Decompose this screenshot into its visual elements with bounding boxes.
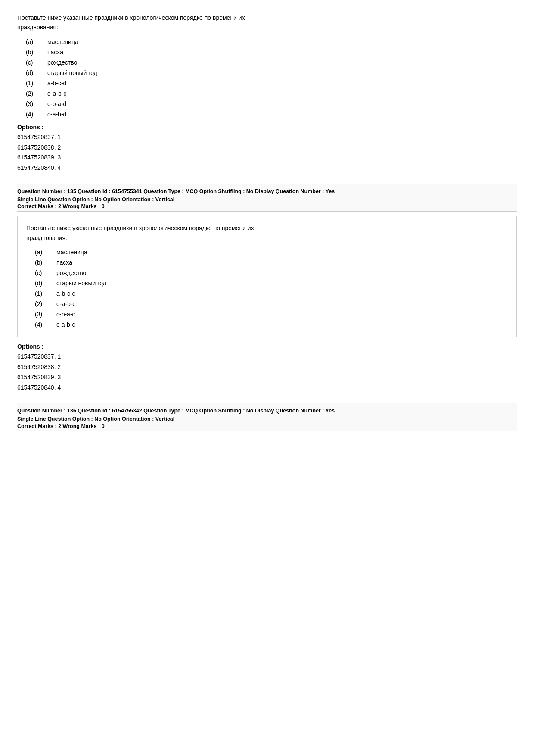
option-line-8: 61547520840. 4: [17, 383, 517, 393]
item-text-c2: рождество: [56, 269, 86, 276]
q2-line1: Поставьте ниже указанные праздники в хро…: [26, 225, 254, 231]
options-section-2: Options : 61547520837. 1 61547520838. 2 …: [17, 343, 517, 393]
answer-text-3b: c-b-a-d: [56, 311, 75, 318]
list-item: (a) масленица: [17, 38, 517, 45]
question-box-2: Поставьте ниже указанные праздники в хро…: [17, 216, 517, 337]
answer-text-4a: c-a-b-d: [47, 111, 66, 118]
answer-label-4a: (4): [26, 111, 47, 118]
item-label-a1: (a): [26, 38, 47, 45]
item-label-d1: (d): [26, 69, 47, 76]
answer-text-2b: d-a-b-c: [56, 300, 75, 307]
q2-line2: празднования:: [26, 234, 67, 241]
meta-136-line1: Question Number : 136 Question Id : 6154…: [17, 407, 517, 415]
meta-136-line2: Single Line Question Option : No Option …: [17, 415, 517, 423]
answer-text-2a: d-a-b-c: [47, 90, 66, 97]
option-line-1: 61547520837. 1: [17, 132, 517, 143]
item-label-d2: (d): [35, 280, 56, 287]
item-label-a2: (a): [35, 249, 56, 256]
list-item: (d) старый новый год: [26, 280, 508, 287]
item-label-b2: (b): [35, 259, 56, 266]
item-label-c2: (c): [35, 269, 56, 276]
list-item: (2) d-a-b-c: [17, 90, 517, 97]
option-line-7: 61547520839. 3: [17, 372, 517, 383]
item-text-b1: пасха: [47, 49, 63, 56]
answer-label-2a: (2): [26, 90, 47, 97]
item-text-c1: рождество: [47, 59, 77, 66]
list-item: (c) рождество: [26, 269, 508, 276]
answer-label-3b: (3): [35, 311, 56, 318]
item-text-a1: масленица: [47, 38, 78, 45]
question-block-1: Поставьте ниже указанные праздники в хро…: [17, 13, 517, 173]
answer-label-1a: (1): [26, 80, 47, 87]
question-text-2: Поставьте ниже указанные праздники в хро…: [26, 223, 508, 243]
item-label-c1: (c): [26, 59, 47, 66]
meta-136-marks: Correct Marks : 2 Wrong Marks : 0: [17, 423, 517, 429]
meta-135-line1: Question Number : 135 Question Id : 6154…: [17, 187, 517, 196]
answer-label-2b: (2): [35, 300, 56, 307]
list-item: (b) пасха: [17, 49, 517, 56]
question-block-2: Поставьте ниже указанные праздники в хро…: [17, 216, 517, 393]
list-item: (a) масленица: [26, 249, 508, 256]
item-text-a2: масленица: [56, 249, 87, 256]
list-item: (1) a-b-c-d: [26, 290, 508, 297]
question-meta-135: Question Number : 135 Question Id : 6154…: [17, 184, 517, 212]
answer-text-1b: a-b-c-d: [56, 290, 75, 297]
item-text-d1: старый новый год: [47, 69, 97, 76]
list-item: (3) c-b-a-d: [17, 100, 517, 107]
list-item: (d) старый новый год: [17, 69, 517, 76]
answer-label-3a: (3): [26, 100, 47, 107]
answer-label-4b: (4): [35, 321, 56, 328]
list-item: (2) d-a-b-c: [26, 300, 508, 307]
item-text-d2: старый новый год: [56, 280, 106, 287]
q1-line2: празднования:: [17, 24, 58, 31]
option-line-2: 61547520838. 2: [17, 143, 517, 153]
list-item: (b) пасха: [26, 259, 508, 266]
options-section-1: Options : 61547520837. 1 61547520838. 2 …: [17, 124, 517, 173]
options-title-2: Options :: [17, 343, 517, 350]
meta-135-line2: Single Line Question Option : No Option …: [17, 196, 517, 204]
question-meta-136: Question Number : 136 Question Id : 6154…: [17, 403, 517, 431]
answer-text-1a: a-b-c-d: [47, 80, 66, 87]
option-line-6: 61547520838. 2: [17, 362, 517, 372]
list-item: (3) c-b-a-d: [26, 311, 508, 318]
options-title-1: Options :: [17, 124, 517, 131]
list-item: (4) c-a-b-d: [17, 111, 517, 118]
item-text-b2: пасха: [56, 259, 72, 266]
answer-text-4b: c-a-b-d: [56, 321, 75, 328]
answer-text-3a: c-b-a-d: [47, 100, 66, 107]
q1-line1: Поставьте ниже указанные праздники в хро…: [17, 14, 245, 21]
meta-135-marks: Correct Marks : 2 Wrong Marks : 0: [17, 203, 517, 209]
list-item: (1) a-b-c-d: [17, 80, 517, 87]
option-line-3: 61547520839. 3: [17, 153, 517, 163]
list-item: (4) c-a-b-d: [26, 321, 508, 328]
list-item: (c) рождество: [17, 59, 517, 66]
option-line-4: 61547520840. 4: [17, 163, 517, 173]
answer-label-1b: (1): [35, 290, 56, 297]
option-line-5: 61547520837. 1: [17, 352, 517, 362]
item-label-b1: (b): [26, 49, 47, 56]
question-text-1: Поставьте ниже указанные праздники в хро…: [17, 13, 517, 32]
